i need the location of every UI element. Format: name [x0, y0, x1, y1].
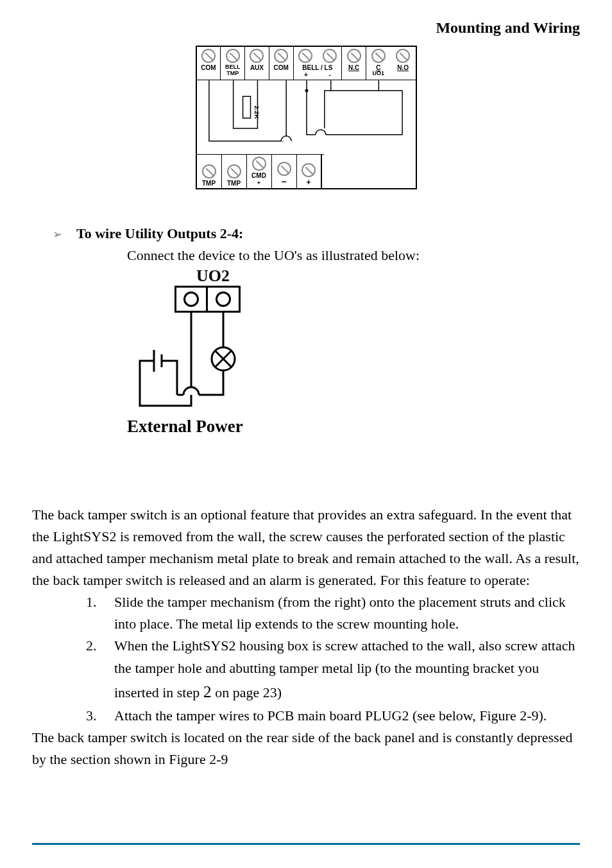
svg-point-1: [305, 89, 308, 92]
terminal-com-2: COM: [269, 47, 294, 80]
body-para-1: The back tamper switch is an optional fe…: [32, 504, 580, 591]
screw-icon: [226, 49, 240, 63]
terminal-circle-icon: [183, 291, 199, 307]
screw-icon: [252, 157, 266, 171]
page-header: Mounting and Wiring: [32, 19, 580, 37]
screw-icon: [302, 163, 316, 177]
item-content: Attach the tamper wires to PCB main boar…: [114, 705, 580, 727]
diagram-uo2: UO2: [127, 266, 332, 437]
item-number: 2.: [86, 635, 99, 704]
screw-icon: [202, 164, 216, 178]
terminal-row-bottom: TMP TMP CMD+ − +: [197, 154, 324, 188]
uo2-terminal-left: [176, 288, 208, 311]
terminal-circle-icon: [216, 291, 231, 307]
terminal-minus: −: [272, 155, 297, 188]
bullet-line: ➢ To wire Utility Outputs 2-4:: [32, 225, 580, 242]
section-utility-outputs: ➢ To wire Utility Outputs 2-4:: [32, 225, 580, 242]
wiring-svg-top: 2.2K: [197, 80, 416, 154]
screw-icon: [227, 164, 241, 178]
screw-icon: [201, 49, 216, 63]
screw-icon: [323, 49, 337, 63]
item-number: 1.: [86, 591, 99, 635]
screw-icon: [347, 49, 361, 63]
terminal-tmp-1: TMP: [197, 155, 222, 188]
terminal-diagram-top: COM BELL TMP AUX COM BELL / LS + -: [196, 46, 417, 189]
terminal-no: N.O: [391, 47, 416, 80]
uo2-wiring-svg: [127, 313, 294, 415]
uo2-terminal-block: [174, 286, 241, 313]
svg-rect-4: [127, 313, 294, 415]
triangle-bullet-icon: ➢: [53, 227, 62, 241]
item-content: Slide the tamper mechanism (from the rig…: [114, 591, 580, 635]
wiring-area-top: 2.2K: [197, 80, 416, 154]
terminal-bell-tmp: BELL TMP: [221, 47, 245, 80]
terminal-com-1: COM: [197, 47, 221, 80]
numbered-list: 1. Slide the tamper mechanism (from the …: [32, 591, 580, 727]
list-item: 3. Attach the tamper wires to PCB main b…: [86, 705, 580, 727]
list-item: 2. When the LightSYS2 housing box is scr…: [86, 635, 580, 704]
uo2-wiring: [127, 313, 332, 415]
footer-divider: [32, 843, 580, 845]
resistor-label: 2.2K: [253, 106, 260, 120]
screw-icon: [250, 49, 264, 63]
item-number: 3.: [86, 705, 99, 727]
section-subtext: Connect the device to the UO's as illust…: [32, 247, 580, 264]
terminal-aux: AUX: [245, 47, 269, 80]
screw-icon: [371, 49, 386, 63]
list-item: 1. Slide the tamper mechanism (from the …: [86, 591, 580, 635]
screw-icon: [396, 49, 410, 63]
terminal-row-top: COM BELL TMP AUX COM BELL / LS + -: [197, 47, 416, 80]
body-paragraph: The back tamper switch is an optional fe…: [32, 504, 580, 591]
screw-icon: [277, 162, 291, 176]
screw-icon: [298, 49, 312, 63]
uo2-label: UO2: [196, 266, 332, 286]
svg-rect-0: [242, 96, 250, 118]
terminal-bell-ls: BELL / LS + -: [294, 47, 343, 80]
screw-icon: [274, 49, 288, 63]
terminal-cmd: CMD+: [247, 155, 272, 188]
external-power-label: External Power: [127, 417, 332, 437]
trailing-paragraph: The back tamper switch is located on the…: [32, 727, 580, 770]
terminal-plus: +: [297, 155, 322, 188]
item-content: When the LightSYS2 housing box is screw …: [114, 635, 580, 704]
terminal-c: C UO1: [366, 47, 391, 80]
terminal-nc: N.C: [342, 47, 366, 80]
uo2-terminal-right: [208, 288, 239, 311]
bullet-heading: To wire Utility Outputs 2-4:: [76, 225, 243, 242]
terminal-tmp-2: TMP: [222, 155, 247, 188]
